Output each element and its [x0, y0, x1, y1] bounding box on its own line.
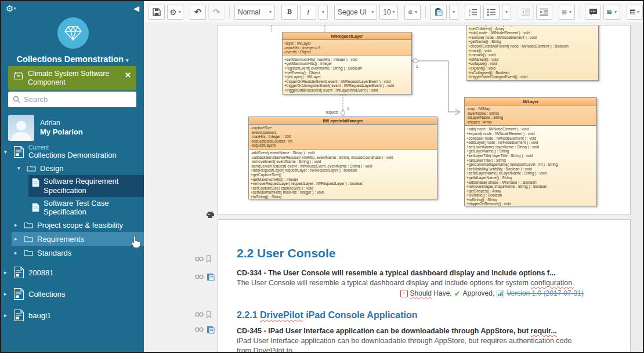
settings-gear-icon[interactable]: ⚙▾ [6, 3, 16, 14]
folder-icon [24, 221, 33, 228]
editor-toolbar: ⚙▾ ↶ ↷ Normal▾ B I ▾ Segoe UI▾ 10▾ ▾ [144, 1, 643, 23]
uml-class-name: IWRequestLayer [283, 32, 411, 40]
my-polarion-link[interactable]: My Polarion [40, 128, 83, 137]
uml-class-iwrequestlayer[interactable]: IWRequestLayer -layer : IWLayer-maxHits … [282, 32, 412, 94]
image-attachment-icon [607, 8, 613, 16]
version-link[interactable]: Version 1.0 (2017-07-31) [506, 289, 584, 299]
tree-item-200881[interactable]: ▸ 200881 [1, 264, 144, 281]
insert-image-button[interactable]: ▾ [603, 5, 620, 20]
eraser-icon [408, 8, 413, 16]
caret-down-icon[interactable]: ▾ [4, 149, 9, 155]
multiplicity-label: 1 [416, 64, 418, 68]
uml-methods: +hasChild( child : Object ) : Boolean+ge… [466, 25, 598, 81]
link-icon[interactable] [195, 312, 204, 317]
uml-class-partial[interactable]: +hasChild( child : Object ) : Boolean+ge… [466, 25, 599, 81]
tree-item-design[interactable]: ▾ Design [1, 161, 144, 175]
uml-class-name: IWLayerInfoManager [249, 117, 437, 125]
uml-class-name: IWLayer [465, 98, 596, 105]
tree-item-software-requirement-specification[interactable]: Software Requirement Specification [28, 175, 144, 197]
workitem-description: The User Console will resemble a typical… [237, 278, 584, 288]
approved-check-icon: ✔ [454, 289, 461, 299]
bookmark-icon[interactable] [206, 255, 211, 263]
caret-right-icon[interactable]: ▸ [4, 312, 9, 318]
tree-item-project-scope[interactable]: ▸ Project scope & feasibility [1, 218, 144, 232]
search-icon [13, 96, 20, 103]
more-format-button[interactable]: ▾ [319, 5, 328, 20]
insert-workitem-icon [434, 8, 443, 16]
italic-button[interactable]: I [300, 5, 316, 20]
close-icon[interactable]: ✕ [125, 71, 131, 79]
tree-item-label: Software Test Case Specification [44, 199, 144, 216]
component-banner[interactable]: Climate System Software Component ✕ [8, 66, 136, 90]
project-title[interactable]: Collections Demonstration▾ [1, 54, 144, 64]
svg-text:3: 3 [469, 13, 471, 16]
tree-item-label: Standards [37, 249, 71, 257]
tree-item-collections[interactable]: ▸ Collections [1, 286, 144, 302]
bold-button[interactable]: B [281, 5, 298, 20]
heading-gutter-icons [195, 311, 211, 318]
diagram-section[interactable]: request 1 1 IWRequestLayer -layer : IWLa… [218, 25, 631, 214]
caret-down-icon[interactable]: ▾ [17, 165, 23, 171]
vertical-scrollbar[interactable] [631, 23, 643, 352]
link-icon[interactable] [195, 274, 204, 279]
clear-format-button[interactable]: ▾ [404, 5, 421, 20]
document-actions-button[interactable]: ⚙▾ [167, 5, 183, 20]
tree-item-software-test-case-specification[interactable]: Software Test Case Specification [28, 197, 144, 218]
uml-class-iwlayer[interactable]: IWLayer -map : IWMap-layerName : String-… [464, 97, 597, 206]
workitem-icon[interactable] [206, 325, 215, 334]
caret-right-icon[interactable]: ▸ [4, 291, 9, 297]
heading-gutter-icons [195, 255, 211, 263]
navigation-tree: ▾ Current Collections Demonstration ▾ [1, 142, 144, 323]
link-icon[interactable] [195, 327, 204, 332]
tree-item-requirements[interactable]: ▸ Requirements [12, 232, 144, 246]
workitem-title[interactable]: CD-334 - The User Console will resemble … [237, 268, 584, 278]
paragraph-style-select[interactable]: Normal▾ [234, 5, 275, 20]
uml-attributes: -layer : IWLayer-maxHits : Integer = 5-e… [283, 40, 411, 56]
uml-class-iwlayerinfomanager[interactable]: IWLayerInfoManager -captureSize-eventLis… [248, 117, 437, 199]
comment-button[interactable] [585, 5, 601, 20]
align-button[interactable]: ▾ [559, 5, 575, 20]
font-family-select[interactable]: Segoe UI▾ [334, 5, 377, 20]
insert-workitem-menu-button[interactable]: ▾ [449, 5, 458, 20]
outdent-button[interactable] [518, 5, 534, 20]
workitem-title[interactable]: CD-345 - iPad User Interface application… [237, 326, 584, 336]
bullet-list-button[interactable] [483, 5, 500, 20]
tree-item-label: Project scope & feasibility [37, 221, 123, 230]
page-icon [32, 178, 39, 187]
save-button[interactable] [149, 5, 165, 20]
bookmark-icon[interactable] [206, 311, 211, 318]
tree-item-label: Requirements [37, 235, 84, 243]
user-row[interactable]: Adrian My Polarion [8, 115, 83, 141]
redo-button[interactable]: ↷ [208, 5, 225, 20]
workitem-icon[interactable] [206, 272, 215, 281]
collapse-sidebar-icon[interactable]: ◀ [133, 4, 139, 13]
tree-item-standards[interactable]: ▸ Standards [1, 246, 144, 260]
tree-item-label: baugi1 [28, 311, 51, 320]
document-icon [13, 145, 24, 158]
caret-right-icon[interactable]: ▸ [15, 250, 20, 256]
tree-item-collections-demonstration[interactable]: ▾ Current Collections Demonstration [1, 142, 144, 161]
section-menu-icon[interactable] [205, 210, 215, 219]
tree-item-baugi1[interactable]: ▸ baugi1 [1, 307, 144, 323]
indent-button[interactable] [536, 5, 552, 20]
caret-right-icon[interactable]: ▸ [15, 236, 20, 242]
current-tag: Current [28, 144, 117, 151]
font-size-select[interactable]: 10▾ [379, 5, 398, 20]
document-icon [13, 266, 24, 279]
project-logo[interactable] [57, 17, 89, 49]
align-icon [562, 8, 567, 16]
bullet-list-icon [487, 8, 496, 16]
insert-workitem-button[interactable] [430, 5, 447, 20]
comment-icon [589, 8, 598, 16]
table-button[interactable]: ▾ [627, 5, 643, 20]
caret-right-icon[interactable]: ▸ [15, 222, 20, 228]
numbered-list-button[interactable]: 123 [465, 5, 481, 20]
search-input[interactable] [24, 95, 132, 104]
undo-icon: ↶ [194, 7, 202, 17]
text-section[interactable]: 2.2 User Console CD-334 - The User Conso… [218, 219, 631, 352]
list-menu-button[interactable]: ▾ [502, 5, 511, 20]
link-icon[interactable] [195, 256, 204, 261]
search-box[interactable] [8, 92, 136, 107]
caret-right-icon[interactable]: ▸ [4, 270, 9, 275]
undo-button[interactable]: ↶ [190, 5, 206, 20]
